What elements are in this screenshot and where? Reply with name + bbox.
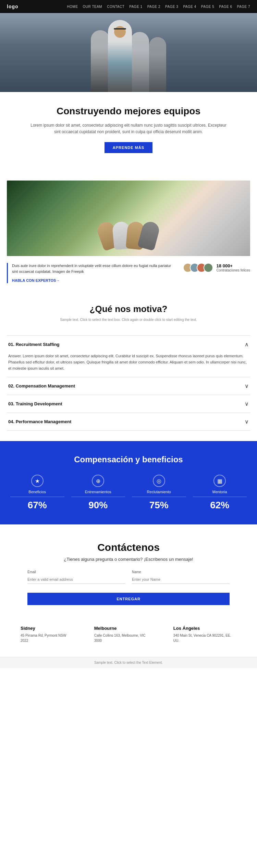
- name-label: Name: [132, 570, 230, 574]
- learn-more-button[interactable]: APRENDE MÁS: [105, 142, 152, 153]
- benefit-mentoria: ▦ Mentoria 62%: [193, 475, 247, 511]
- footer-note: Sample text. Click to select the Text El…: [0, 657, 257, 668]
- contact-form-row: Email Name: [27, 570, 230, 584]
- entrenamientos-label: Entrenamientos: [71, 490, 125, 497]
- stats-text-block: Duis aute irure dolor in reprehenderit i…: [7, 263, 176, 283]
- motivation-sample-text: Sample text. Click to select the text bo…: [7, 318, 250, 322]
- office-melbourne: Melbourne Calle Collins 163, Melbourne, …: [94, 626, 153, 643]
- benefit-beneficios: ★ Beneficios 67%: [10, 475, 64, 511]
- contact-heading: Contáctenos: [27, 542, 230, 553]
- submit-button[interactable]: ENTREGAR: [27, 593, 230, 605]
- experts-link[interactable]: HABLA CON EXPERTOS→: [12, 278, 60, 282]
- benefits-grid: ★ Beneficios 67% ⊕ Entrenamientos 90% ◎ …: [10, 475, 247, 511]
- accordion-header-4[interactable]: 04. Performance Management ∨: [7, 413, 250, 430]
- accordion-title-3: 03. Training Development: [8, 401, 62, 406]
- team-image: [7, 181, 250, 256]
- stats-numbers-block: 18 000+ Contrataciones felices: [183, 263, 250, 273]
- accordion: 01. Recruitment Staffing ∧ Answer. Lorem…: [7, 335, 250, 431]
- nav-page5[interactable]: PAGE 5: [201, 5, 214, 9]
- accordion-title-1: 01. Recruitment Staffing: [8, 342, 60, 347]
- name-input[interactable]: [132, 575, 230, 584]
- nav-contact[interactable]: CONTACT: [107, 5, 124, 9]
- email-label: Email: [27, 570, 125, 574]
- entrenamientos-percent: 90%: [71, 500, 125, 511]
- office-melbourne-address: Calle Collins 163, Melbourne, VIC 3000: [94, 633, 153, 643]
- nav-links: HOME OUR TEAM CONTACT PAGE 1 PAGE 2 PAGE…: [67, 5, 250, 9]
- nav-page7[interactable]: PAGE 7: [237, 5, 250, 9]
- office-la-address: 340 Main St, Venecia CA 902291, EE. UU.: [173, 633, 236, 643]
- avatar-group: [183, 263, 213, 273]
- nav-page4[interactable]: PAGE 4: [183, 5, 196, 9]
- nav-page3[interactable]: PAGE 3: [165, 5, 178, 9]
- contact-section: Contáctenos ¿Tienes alguna pregunta o co…: [0, 524, 257, 615]
- beneficios-percent: 67%: [10, 500, 64, 511]
- motivation-section: ¿Qué nos motiva? Sample text. Click to s…: [0, 290, 257, 335]
- accordion-header-3[interactable]: 03. Training Development ∨: [7, 395, 250, 413]
- hero-section: [0, 13, 257, 92]
- offices-section: Sidney 45 Pirrama Rd, Pyrmont NSW 2022 M…: [0, 615, 257, 657]
- motivation-heading: ¿Qué nos motiva?: [7, 304, 250, 314]
- email-input[interactable]: [27, 575, 125, 584]
- office-la: Los Ángeles 340 Main St, Venecia CA 9022…: [173, 626, 236, 643]
- accordion-title-4: 04. Performance Management: [8, 419, 71, 424]
- mentoria-percent: 62%: [193, 500, 247, 511]
- email-group: Email: [27, 570, 125, 584]
- accordion-header-1[interactable]: 01. Recruitment Staffing ∧: [7, 336, 250, 353]
- reclutamiento-percent: 75%: [132, 500, 186, 511]
- office-la-city: Los Ángeles: [173, 626, 236, 631]
- office-sidney: Sidney 45 Pirrama Rd, Pyrmont NSW 2022: [21, 626, 74, 643]
- mentoria-icon: ▦: [213, 475, 226, 487]
- contact-subtitle: ¿Tienes alguna pregunta o comentario? ¡E…: [27, 557, 230, 562]
- stats-section: Duis aute irure dolor in reprehenderit i…: [0, 256, 257, 290]
- accordion-chevron-4: ∨: [245, 418, 249, 425]
- accordion-item-3: 03. Training Development ∨: [7, 395, 250, 413]
- stats-description: Duis aute irure dolor in reprehenderit i…: [12, 263, 176, 274]
- accordion-chevron-2: ∨: [245, 383, 249, 389]
- accordion-content-1: Answer. Lorem ipsum dolor sit amet, cons…: [7, 353, 250, 377]
- nav-home[interactable]: HOME: [67, 5, 78, 9]
- nav-our-team[interactable]: OUR TEAM: [83, 5, 102, 9]
- accordion-item-1: 01. Recruitment Staffing ∧ Answer. Lorem…: [7, 336, 250, 377]
- reclutamiento-icon: ◎: [153, 475, 165, 487]
- benefit-reclutamiento: ◎ Reclutamiento 75%: [132, 475, 186, 511]
- mentoria-label: Mentoria: [193, 490, 247, 497]
- benefits-section: Compensación y beneficios ★ Beneficios 6…: [0, 441, 257, 524]
- nav-page1[interactable]: PAGE 1: [129, 5, 142, 9]
- accordion-header-2[interactable]: 02. Compensation Management ∨: [7, 377, 250, 395]
- logo: logo: [7, 4, 19, 9]
- team-image-section: [0, 170, 257, 256]
- avatar-4: [204, 263, 213, 273]
- entrenamientos-icon: ⊕: [92, 475, 104, 487]
- name-group: Name: [132, 570, 230, 584]
- office-melbourne-city: Melbourne: [94, 626, 153, 631]
- navigation: logo HOME OUR TEAM CONTACT PAGE 1 PAGE 2…: [0, 0, 257, 13]
- benefits-heading: Compensación y beneficios: [10, 455, 247, 464]
- intro-body: Lorem ipsum dolor sit amet, consectetur …: [27, 122, 230, 135]
- accordion-chevron-3: ∨: [245, 401, 249, 407]
- office-sidney-address: 45 Pirrama Rd, Pyrmont NSW 2022: [21, 633, 74, 643]
- benefit-entrenamientos: ⊕ Entrenamientos 90%: [71, 475, 125, 511]
- intro-heading: Construyendo mejores equipos: [27, 106, 230, 117]
- nav-page2[interactable]: PAGE 2: [147, 5, 160, 9]
- intro-section: Construyendo mejores equipos Lorem ipsum…: [0, 92, 257, 160]
- accordion-chevron-1: ∧: [245, 341, 249, 348]
- accordion-item-2: 02. Compensation Management ∨: [7, 377, 250, 395]
- beneficios-icon: ★: [31, 475, 44, 487]
- accordion-item-4: 04. Performance Management ∨: [7, 413, 250, 431]
- beneficios-label: Beneficios: [10, 490, 64, 497]
- hire-count: 18 000+ Contrataciones felices: [217, 263, 250, 272]
- reclutamiento-label: Reclutamiento: [132, 490, 186, 497]
- nav-page6[interactable]: PAGE 6: [219, 5, 232, 9]
- office-sidney-city: Sidney: [21, 626, 74, 631]
- accordion-title-2: 02. Compensation Management: [8, 383, 75, 389]
